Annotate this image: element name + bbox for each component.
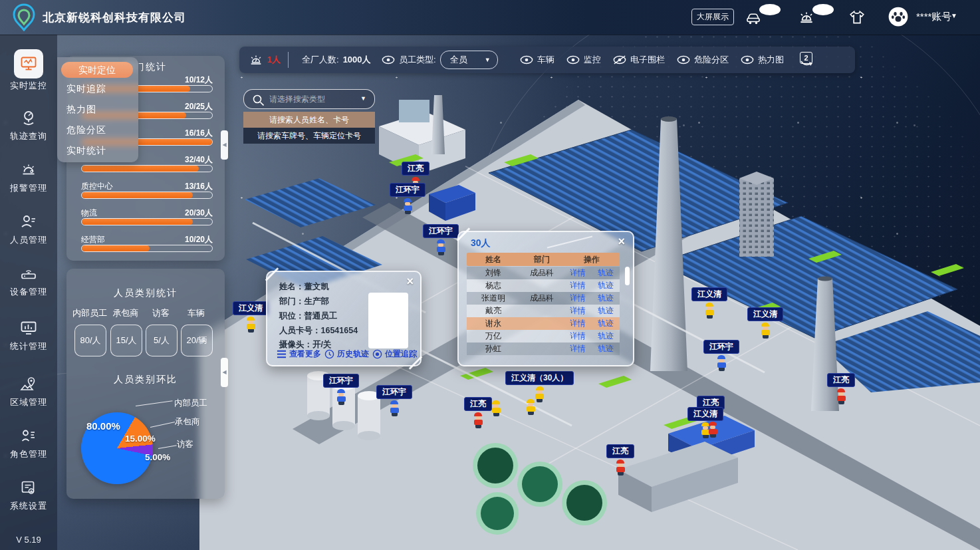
history-track-button[interactable]: 历史轨迹: [324, 348, 369, 360]
category-count-contractor[interactable]: 15/人: [110, 325, 142, 356]
table-row[interactable]: 戴亮 详情轨迹: [467, 305, 620, 317]
position-follow-button[interactable]: 位置追踪: [372, 348, 417, 360]
category-count-vehicle[interactable]: 20/辆: [181, 325, 213, 356]
detail-link[interactable]: 详情: [570, 293, 586, 304]
marker-label[interactable]: 江环宇: [423, 224, 459, 238]
marker-label[interactable]: 江环宇: [703, 340, 739, 354]
map-person-marker[interactable]: 江环宇: [323, 374, 359, 405]
sidebar-item-statistics-management[interactable]: 统计管理: [0, 319, 57, 352]
search-option-vehicle[interactable]: 请搜索车牌号、车辆定位卡号: [243, 128, 375, 144]
sidebar-item-system-settings[interactable]: 系统设置: [0, 479, 57, 512]
lone-worker[interactable]: [525, 398, 536, 415]
map-person-marker[interactable]: 江义清: [747, 307, 783, 339]
account-label[interactable]: ****账号: [916, 11, 951, 23]
track-link[interactable]: 轨迹: [598, 280, 614, 291]
marker-label[interactable]: 江义清: [233, 301, 269, 315]
toggle-heatmap[interactable]: 热力图: [741, 47, 784, 73]
marker-label[interactable]: 江亮: [827, 373, 855, 387]
table-row-highlighted[interactable]: 谢永 详情轨迹: [467, 317, 620, 330]
close-icon[interactable]: ×: [406, 276, 414, 287]
map-person-marker[interactable]: 江环宇: [390, 183, 426, 214]
track-link[interactable]: 轨迹: [598, 343, 614, 354]
chevron-down-icon[interactable]: ▼: [951, 12, 957, 19]
track-link[interactable]: 轨迹: [598, 293, 614, 304]
detail-link[interactable]: 详情: [570, 318, 586, 329]
table-row[interactable]: 万亿 详情轨迹: [467, 330, 620, 343]
track-link[interactable]: 轨迹: [598, 305, 614, 317]
company-logo: [11, 3, 37, 31]
panel-collapse-handle[interactable]: ◀: [221, 130, 228, 160]
marker-label[interactable]: 江环宇: [376, 385, 412, 399]
vehicle-alert-icon[interactable]: [745, 9, 762, 25]
sidebar-item-realtime-monitor[interactable]: 实时监控: [0, 55, 57, 92]
category-count-internal[interactable]: 80/人: [74, 325, 106, 356]
map-person-marker[interactable]: 江亮: [464, 397, 492, 428]
alarm-alert-icon[interactable]: [798, 9, 815, 25]
sidebar-item-role-management[interactable]: 角色管理: [0, 427, 57, 460]
marker-label[interactable]: 江义清（30人）: [505, 371, 574, 385]
toggle-danger-zone[interactable]: 危险分区: [677, 47, 729, 73]
chevron-down-icon[interactable]: ▼: [360, 95, 366, 102]
map-person-marker[interactable]: 江环宇: [376, 385, 412, 416]
map-person-marker[interactable]: 江亮: [606, 444, 634, 476]
table-row[interactable]: 孙虹 详情轨迹: [467, 343, 620, 355]
map-person-marker[interactable]: 江义清: [233, 301, 269, 333]
toggle-monitor[interactable]: 监控: [566, 47, 601, 73]
paw-icon[interactable]: [888, 7, 908, 27]
marker-label[interactable]: 江亮: [464, 397, 492, 411]
big-screen-button[interactable]: 大屏展示: [691, 9, 734, 25]
sidebar-item-personnel-management[interactable]: 人员管理: [0, 213, 57, 246]
detail-link[interactable]: 详情: [570, 305, 586, 317]
table-row[interactable]: 刘锋成品科 详情轨迹: [467, 267, 620, 279]
track-link[interactable]: 轨迹: [598, 267, 614, 279]
panel-collapse-handle[interactable]: ◀: [221, 358, 228, 387]
table-row[interactable]: 杨志 详情轨迹: [467, 279, 620, 292]
sidebar-item-region-management[interactable]: 区域管理: [0, 375, 57, 408]
switch-2d-button[interactable]: 2: [799, 52, 815, 68]
sidebar-item-device-management[interactable]: 设备管理: [0, 265, 57, 298]
map-person-group-marker[interactable]: 江义清（30人）: [505, 371, 574, 402]
marker-label[interactable]: 江义清: [687, 407, 723, 421]
track-link[interactable]: 轨迹: [598, 331, 614, 342]
submenu-item-realtime-stats[interactable]: 实时统计: [66, 145, 106, 157]
sidebar-item-track-query[interactable]: 轨迹查询: [0, 109, 57, 142]
marker-label[interactable]: 江义清: [747, 307, 783, 321]
track-link[interactable]: 轨迹: [598, 318, 614, 329]
table-scrollbar[interactable]: [625, 267, 630, 353]
shirt-icon[interactable]: [848, 9, 866, 26]
marker-label[interactable]: 江环宇: [390, 183, 426, 197]
marker-label[interactable]: 江环宇: [323, 374, 359, 388]
table-row[interactable]: 张道明成品科 详情轨迹: [467, 292, 620, 305]
detail-link[interactable]: 详情: [570, 267, 586, 279]
toggle-efence[interactable]: 电子围栏: [613, 47, 665, 73]
sidebar-item-alarm-management[interactable]: 报警管理: [0, 161, 57, 194]
toggle-vehicles[interactable]: 车辆: [520, 47, 554, 73]
search-box[interactable]: ▼: [243, 89, 375, 109]
detail-link[interactable]: 详情: [570, 343, 586, 354]
submenu-item-danger-zone[interactable]: 危险分区: [66, 124, 106, 136]
eye-icon[interactable]: [382, 55, 395, 65]
search-input[interactable]: [268, 90, 350, 108]
submenu-item-realtime-follow[interactable]: 实时追踪: [66, 83, 106, 95]
marker-label[interactable]: 江义清: [691, 287, 727, 301]
lone-worker[interactable]: [707, 420, 718, 438]
lone-worker[interactable]: [491, 399, 501, 416]
submenu-item-realtime-location[interactable]: 实时定位: [61, 62, 133, 78]
close-icon[interactable]: ×: [618, 236, 625, 247]
category-count-visitor[interactable]: 5/人: [146, 325, 178, 356]
map-person-marker[interactable]: 江环宇: [423, 224, 459, 255]
view-more-button[interactable]: 查看更多: [277, 348, 321, 360]
map-person-marker[interactable]: 江亮: [827, 373, 855, 404]
submenu-item-heatmap[interactable]: 热力图: [66, 104, 96, 116]
search-option-person[interactable]: 请搜索人员姓名、卡号: [243, 112, 375, 128]
marker-label[interactable]: 江亮: [606, 444, 634, 458]
detail-link[interactable]: 详情: [570, 331, 586, 342]
detail-link[interactable]: 详情: [570, 280, 586, 291]
marker-label[interactable]: 江亮: [402, 162, 429, 176]
map-person-marker[interactable]: 江义清: [691, 287, 727, 319]
alarm-indicator[interactable]: 1人: [249, 47, 281, 73]
employee-type-select[interactable]: 全员 ▼: [440, 51, 498, 69]
map-person-marker[interactable]: 江环宇: [703, 340, 739, 371]
dome-camera-icon: [20, 109, 37, 126]
scrollbar-thumb[interactable]: [625, 267, 630, 285]
